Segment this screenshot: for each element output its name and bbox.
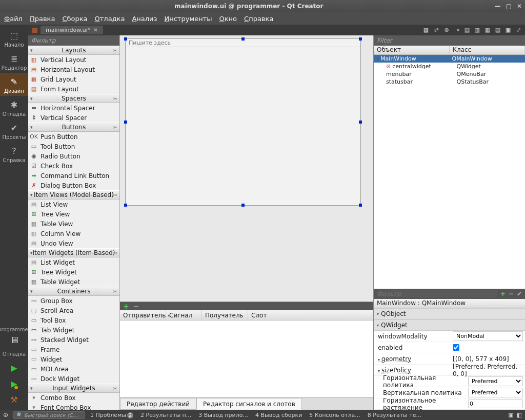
property-value-select[interactable]: Preferred <box>468 376 523 386</box>
object-tree-row[interactable]: ⊘ centralwidgetQWidget <box>374 63 525 70</box>
object-column-header[interactable]: Объект <box>374 46 450 54</box>
hlayout-icon[interactable]: ▤ <box>463 27 471 34</box>
resize-handle[interactable] <box>124 121 127 124</box>
widget-item[interactable]: ⊞Tree View <box>28 209 119 219</box>
property-group[interactable]: ▾QObject <box>374 308 525 319</box>
widget-item[interactable]: ▭Dock Widget <box>28 374 119 384</box>
status-pane-button[interactable]: 1 Проблемы2 <box>90 412 133 418</box>
editor-tab[interactable]: mainwindow.ui* ✕ <box>41 26 103 34</box>
widget-category[interactable]: ▾Input Widgets✂ <box>28 384 119 393</box>
quick-search[interactable]: 🔍Быстрый поиск (C... <box>13 411 85 419</box>
widgetbox-filter[interactable]: Фильтр <box>28 35 119 46</box>
widget-item[interactable]: ⊞Tree Widget <box>28 267 119 277</box>
widget-item[interactable]: ▦Table View <box>28 219 119 229</box>
status-pane-button[interactable]: 3 Вывод прило... <box>198 412 248 418</box>
resize-handle[interactable] <box>359 37 362 41</box>
widget-item[interactable]: ▭Tab Widget <box>28 325 119 335</box>
edit-taborder-icon[interactable]: ⇥ <box>453 27 460 34</box>
object-tree-row[interactable]: ▾ MainWindowQMainWindow <box>374 55 525 63</box>
widget-item[interactable]: ◉Radio Button <box>28 151 119 161</box>
form-central-widget[interactable] <box>126 47 360 205</box>
menu-инструменты[interactable]: Инструменты <box>164 15 212 23</box>
widget-category[interactable]: ▾Item Views (Model-Based)✂ <box>28 190 119 199</box>
vlayout-icon[interactable]: ▥ <box>474 27 481 34</box>
widget-item[interactable]: ➡Command Link Button <box>28 171 119 181</box>
object-filter[interactable]: Filter <box>374 35 525 46</box>
activity-отладка[interactable]: ✱Отладка <box>0 96 28 119</box>
signals-tab[interactable]: Редактор действий <box>120 398 196 410</box>
widget-category[interactable]: ▾Layouts✂ <box>28 46 119 55</box>
grid-icon[interactable]: ▦ <box>484 27 491 34</box>
menu-правка[interactable]: Правка <box>30 15 55 23</box>
maximize-button[interactable]: ▢ <box>506 3 512 10</box>
resize-handle[interactable] <box>124 37 127 41</box>
minimize-button[interactable]: — <box>495 3 501 10</box>
widget-item[interactable]: ⇕Vertical Spacer <box>28 113 119 123</box>
widget-item[interactable]: ✗Dialog Button Box <box>28 181 119 190</box>
edit-widgets-icon[interactable]: ▦ <box>422 27 430 34</box>
widget-item[interactable]: ▭Stacked Widget <box>28 335 119 345</box>
menu-сборка[interactable]: Сборка <box>62 15 87 23</box>
signals-column-header[interactable]: Сигнал <box>166 310 202 320</box>
widget-item[interactable]: ▤Horizontal Layout <box>28 65 119 74</box>
widget-item[interactable]: OKPush Button <box>28 132 119 142</box>
menu-анализ[interactable]: Анализ <box>132 15 157 23</box>
widget-item[interactable]: ▦Table Widget <box>28 277 119 287</box>
resize-handle[interactable] <box>241 204 245 207</box>
remove-connection-button[interactable]: − <box>133 302 139 310</box>
property-group[interactable]: ▾QWidget <box>374 319 525 331</box>
edit-signals-icon[interactable]: ⇄ <box>433 27 440 34</box>
widget-item[interactable]: ☑Check Box <box>28 161 119 171</box>
property-value-select[interactable]: Preferred <box>468 388 523 397</box>
menu-окно[interactable]: Окно <box>219 15 237 23</box>
property-value-text[interactable] <box>468 399 523 408</box>
widget-item[interactable]: ▭MDI Area <box>28 364 119 374</box>
resize-handle[interactable] <box>241 37 245 41</box>
target-selector-icon[interactable]: 🖥 <box>10 334 19 345</box>
break-layout-icon[interactable]: ▣ <box>504 27 512 34</box>
signals-column-header[interactable]: Отправитель ▴ <box>120 310 166 320</box>
status-pane-button[interactable]: 4 Вывод сборки <box>255 412 302 418</box>
signals-body[interactable] <box>120 321 373 397</box>
menu-файл[interactable]: Файл <box>4 15 23 23</box>
resize-handle[interactable] <box>359 204 362 207</box>
locator-icon[interactable]: ⊕ <box>3 411 8 418</box>
object-tree-row[interactable]: statusbarQStatusBar <box>374 78 525 86</box>
activity-проекты[interactable]: ✔Проекты <box>0 119 28 142</box>
property-editor[interactable]: ▾QObject▾QWidgetwindowModalityNonModalen… <box>374 308 525 410</box>
menu-отладка[interactable]: Отладка <box>95 15 125 23</box>
widget-item[interactable]: ▤List Widget <box>28 257 119 267</box>
widget-item[interactable]: ▦Grid Layout <box>28 74 119 84</box>
widget-category[interactable]: ▾Item Widgets (Item-Based)✂ <box>28 248 119 257</box>
property-row[interactable]: Горизонтальное растяжение <box>374 398 525 410</box>
widget-category[interactable]: ▾Containers✂ <box>28 287 119 296</box>
property-value-select[interactable]: NonModal <box>453 331 523 341</box>
property-row[interactable]: windowModalityNonModal <box>374 331 525 342</box>
activity-справка[interactable]: ?Справка <box>0 142 28 165</box>
close-button[interactable]: ✕ <box>517 3 522 10</box>
status-pane-button[interactable]: 5 Консоль отла... <box>309 412 360 418</box>
widget-item[interactable]: ▭Frame <box>28 345 119 354</box>
object-column-header[interactable]: Класс <box>450 46 526 54</box>
edit-buddies-icon[interactable]: ⊛ <box>443 27 450 34</box>
build-button[interactable]: ⚒ <box>10 395 17 405</box>
widget-item[interactable]: ▤Form Layout <box>28 84 119 94</box>
object-tree-row[interactable]: menubarQMenuBar <box>374 70 525 78</box>
add-connection-button[interactable]: + <box>123 302 129 310</box>
activity-начало[interactable]: ⬚Начало <box>0 27 28 50</box>
widget-item[interactable]: ⇔Horizontal Spacer <box>28 103 119 113</box>
signals-column-header[interactable]: Слот <box>248 310 373 320</box>
activity-редактор[interactable]: ≣Редактор <box>0 50 28 73</box>
resize-handle[interactable] <box>124 204 127 207</box>
widget-item[interactable]: ▭Tool Button <box>28 142 119 151</box>
widget-item[interactable]: ▥Vertical Layout <box>28 55 119 65</box>
run-button[interactable]: ▶ <box>11 363 17 373</box>
form-canvas[interactable]: Пишите здесь <box>120 35 373 302</box>
status-pane-button[interactable]: 8 Результаты те... <box>368 412 421 418</box>
add-property-button[interactable]: + <box>500 290 506 297</box>
run-debug-button[interactable]: ▶● <box>11 379 17 389</box>
activity-дизайн[interactable]: ✎Дизайн <box>0 73 28 96</box>
signals-column-header[interactable]: Получатель <box>202 310 248 320</box>
widget-item[interactable]: ▤Undo View <box>28 238 119 248</box>
widget-item[interactable]: ▥Column View <box>28 229 119 238</box>
